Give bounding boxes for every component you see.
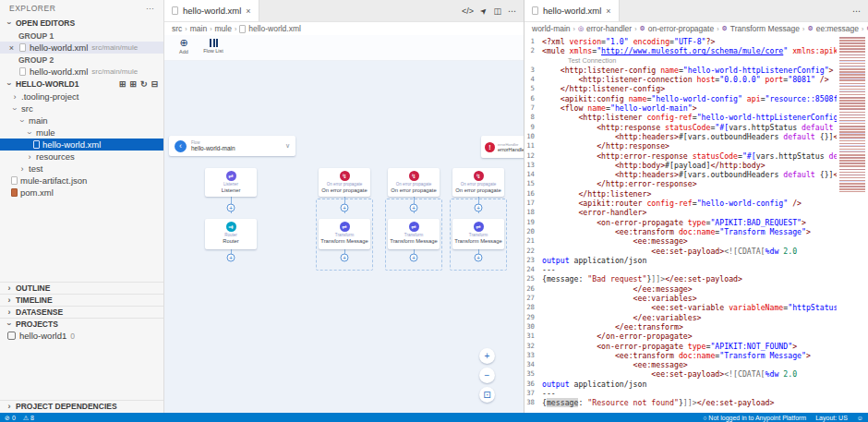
breadcrumb-item[interactable]: mule <box>214 24 231 33</box>
breadcrumb[interactable]: src›main›mule›hello-world.xml <box>164 22 524 35</box>
tree-item-mule[interactable]: ›mule <box>0 127 163 139</box>
add-component-button[interactable]: + <box>475 204 483 212</box>
more-actions-icon[interactable]: ⋯ <box>508 6 516 16</box>
breadcrumb-item[interactable]: main <box>190 24 207 33</box>
warning-count: 8 <box>30 415 34 421</box>
line-number: 21 <box>524 236 542 246</box>
project-dependencies-label: PROJECT DEPENDENCIES <box>16 402 117 411</box>
breadcrumb-item[interactable]: on-error-propagate <box>648 24 714 33</box>
add-component-button[interactable]: + <box>341 204 349 212</box>
breadcrumb-item[interactable]: hello-world.xml <box>248 24 301 33</box>
add-component-button[interactable]: + <box>227 254 235 262</box>
problems-errors[interactable]: ⊘ 0 <box>5 414 16 422</box>
close-icon[interactable]: × <box>7 43 16 53</box>
refresh-icon[interactable]: ↻ <box>140 79 148 89</box>
line-number: 2 <box>524 46 542 55</box>
more-actions-icon[interactable]: ⋯ <box>852 6 861 16</box>
code-view-icon[interactable]: </> <box>462 6 474 16</box>
close-icon[interactable]: × <box>246 6 250 16</box>
breadcrumb-item[interactable]: error-handler <box>586 24 632 33</box>
code-line: 21 <ee:message> <box>524 236 868 246</box>
breadcrumb[interactable]: world-main›◎error-handler›⚙on-error-prop… <box>524 22 868 35</box>
project-list-item[interactable]: hello-world10 <box>0 330 163 342</box>
flow-canvas[interactable]: ‹ Flow hello-world-main ∨ ! errorHandler… <box>164 61 524 413</box>
project-item-label: hello-world1 <box>19 331 66 341</box>
code-line: 22 <ee:set-payload><![CDATA[%dw 2.0 <box>524 247 868 256</box>
tree-item-label: resources <box>36 151 75 162</box>
breadcrumb-item[interactable]: world-main <box>532 24 571 33</box>
router-node[interactable]: ⇉RouterRouter <box>205 219 257 249</box>
on-error-propagate-node[interactable]: ↯On error propagateOn error propagate <box>319 168 370 197</box>
project-dependencies-header[interactable]: › PROJECT DEPENDENCIES <box>0 400 163 412</box>
code-text: </ee:transform> <box>542 322 683 332</box>
flow-header-card[interactable]: ‹ Flow hello-world-main ∨ <box>169 136 295 156</box>
collapse-all-icon[interactable]: ⊟ <box>151 79 158 89</box>
flow-list-button[interactable]: Flow List <box>203 37 223 54</box>
more-actions-icon[interactable]: ⋯ <box>146 4 154 13</box>
listener-node[interactable]: ⇄ListenerListener <box>205 168 257 197</box>
fit-screen-button[interactable]: ⊡ <box>479 387 495 403</box>
on-error-propagate-node[interactable]: ↯On error propagateOn error propagate <box>388 168 440 197</box>
code-text: <error-handler> <box>542 208 646 217</box>
tree-item-pom-xml[interactable]: pom.xml <box>0 187 163 199</box>
close-icon[interactable]: × <box>606 6 610 16</box>
flow-column: ⇄ListenerListener+⇉RouterRouter+ <box>205 168 257 266</box>
code-line: 38{message: "Resource not found"}]]></ee… <box>524 398 868 407</box>
node-name-label: On error propagate <box>391 187 436 193</box>
new-folder-icon[interactable]: ⊞ <box>129 79 137 89</box>
split-editor-icon[interactable]: ◫ <box>493 6 501 16</box>
add-button[interactable]: ⊕Add <box>174 37 194 54</box>
tree-item--tooling-project[interactable]: ›.tooling-project <box>0 90 163 102</box>
section-datasense[interactable]: ›DATASENSE <box>0 306 163 318</box>
transform-message-node[interactable]: ⇌TransformTransform Message <box>319 219 370 249</box>
section-timeline[interactable]: ›TIMELINE <box>0 294 163 306</box>
section-outline[interactable]: ›OUTLINE <box>0 282 163 294</box>
breadcrumb-item[interactable]: src <box>172 24 182 33</box>
line-number: 28 <box>524 303 542 312</box>
section-projects[interactable]: ›PROJECTS <box>0 318 163 330</box>
tree-item-main[interactable]: ›main <box>0 115 163 127</box>
transform-message-node[interactable]: ⇌TransformTransform Message <box>388 219 440 249</box>
tab-hello-world-xml[interactable]: hello-world.xml × <box>524 0 620 21</box>
tab-hello-world-xml[interactable]: hello-world.xml × <box>164 0 259 21</box>
line-number: 34 <box>524 360 542 369</box>
on-error-propagate-node[interactable]: ↯On error propagateOn error propagate <box>452 168 504 197</box>
tree-item-resources[interactable]: ›resources <box>0 151 163 163</box>
keyboard-layout[interactable]: Layout: US <box>815 415 848 421</box>
add-component-button[interactable]: + <box>341 254 349 262</box>
breadcrumb-item[interactable]: ee:message <box>816 24 859 33</box>
add-component-button[interactable]: + <box>227 204 235 212</box>
tree-item-hello-world-xml[interactable]: hello-world.xml <box>0 139 163 151</box>
add-component-button[interactable]: + <box>475 254 483 262</box>
code-lens[interactable]: Test Connection <box>524 56 868 66</box>
code-area[interactable]: 1<?xml version="1.0" encoding="UTF-8"?>2… <box>524 35 868 413</box>
breadcrumb-item[interactable]: Transform Message <box>730 24 800 33</box>
code-text: </http:listener-config> <box>542 84 665 93</box>
add-component-button[interactable]: + <box>410 204 418 212</box>
deploy-icon[interactable]: ➤ <box>478 5 489 16</box>
error-handler-card[interactable]: ! errorHandler errorHandler <box>481 136 524 158</box>
transform-message-node[interactable]: ⇌TransformTransform Message <box>452 219 504 249</box>
code-line: 35 <ee:set-payload><![CDATA[%dw 2.0 <box>524 369 868 379</box>
tree-item-src[interactable]: ›src <box>0 102 163 115</box>
code-line: 27 <ee:variables> <box>524 294 868 303</box>
feedback-icon: ☺ <box>857 414 863 422</box>
tree-item-mule-artifact-json[interactable]: mule-artifact.json <box>0 175 163 187</box>
anypoint-account-status[interactable]: ○ Not logged in to Anypoint Platform <box>703 414 806 422</box>
project-section-header[interactable]: › HELLO-WORLD1 ⊞⊞↻⊟ <box>0 78 163 90</box>
feedback-smiley[interactable]: ☺ <box>857 414 863 422</box>
minimap[interactable] <box>837 35 868 413</box>
open-editor-item[interactable]: ×hello-world.xmlsrc/main/mule <box>0 42 163 54</box>
tree-item-test[interactable]: ›test <box>0 163 163 175</box>
open-editors-header[interactable]: › OPEN EDITORS <box>0 17 163 30</box>
open-editor-item[interactable]: hello-world.xmlsrc/main/mule <box>0 66 163 78</box>
add-component-button[interactable]: + <box>410 254 418 262</box>
zoom-in-button[interactable]: + <box>479 348 495 364</box>
code-line: 11 </http:response> <box>524 141 868 151</box>
code-line: 23output application/json <box>524 256 868 265</box>
chevron-down-icon[interactable]: ∨ <box>285 142 290 150</box>
new-file-icon[interactable]: ⊞ <box>119 79 127 89</box>
problems-warnings[interactable]: ⚠ 8 <box>23 414 34 422</box>
chevron-icon: › <box>18 164 26 174</box>
zoom-out-button[interactable]: − <box>479 368 495 383</box>
